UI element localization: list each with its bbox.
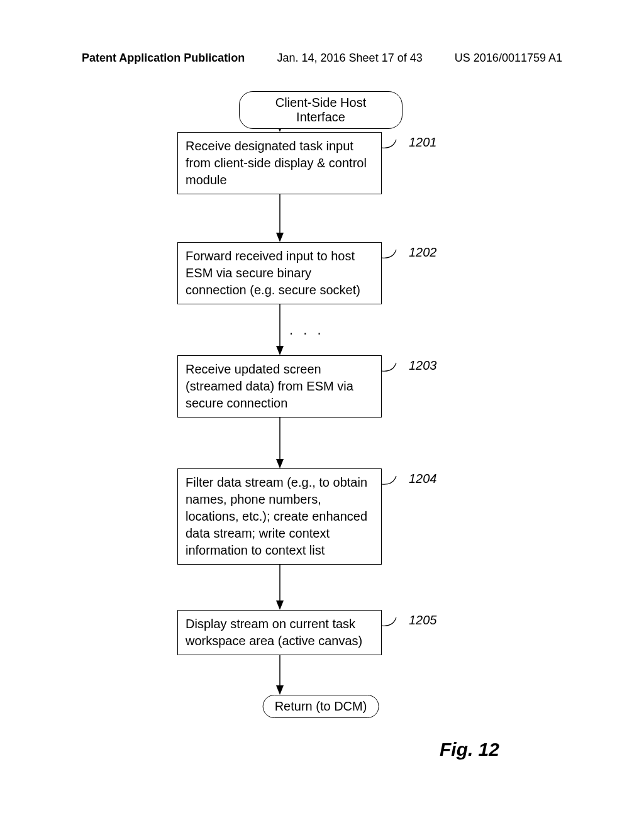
- flowchart-step-5-ref: 1205: [409, 613, 437, 628]
- flowchart-step-1: Receive designated task input from clien…: [177, 132, 382, 194]
- page-header: Patent Application Publication Jan. 14, …: [0, 52, 644, 65]
- flowchart-step-2-ref: 1202: [409, 245, 437, 260]
- header-left: Patent Application Publication: [82, 52, 245, 65]
- flowchart-step-4: Filter data stream (e.g., to obtain name…: [177, 468, 382, 565]
- flowchart-continuation-dots: . . .: [289, 322, 325, 338]
- header-right: US 2016/0011759 A1: [455, 52, 562, 65]
- flowchart-step-2: Forward received input to host ESM via s…: [177, 242, 382, 304]
- flowchart-end-text: Return (to DCM): [275, 699, 367, 713]
- figure-label: Fig. 12: [440, 739, 499, 760]
- header-center: Jan. 14, 2016 Sheet 17 of 43: [277, 52, 423, 65]
- flowchart-step-2-text: Forward received input to host ESM via s…: [186, 249, 360, 297]
- flowchart-step-4-text: Filter data stream (e.g., to obtain name…: [186, 475, 367, 557]
- flowchart-step-5: Display stream on current task workspace…: [177, 610, 382, 655]
- flowchart-step-3-ref: 1203: [409, 358, 437, 373]
- flowchart-start-terminal: Client-Side Host Interface: [239, 91, 402, 129]
- flowchart-step-3: Receive updated screen (streamed data) f…: [177, 355, 382, 418]
- flowchart-step-5-text: Display stream on current task workspace…: [186, 617, 362, 648]
- flowchart-step-3-text: Receive updated screen (streamed data) f…: [186, 362, 353, 410]
- flowchart-end-terminal: Return (to DCM): [263, 695, 379, 718]
- flowchart-start-text: Client-Side Host Interface: [275, 96, 367, 124]
- flowchart-step-4-ref: 1204: [409, 472, 437, 486]
- flowchart-step-1-text: Receive designated task input from clien…: [186, 139, 367, 187]
- flowchart-step-1-ref: 1201: [409, 135, 437, 150]
